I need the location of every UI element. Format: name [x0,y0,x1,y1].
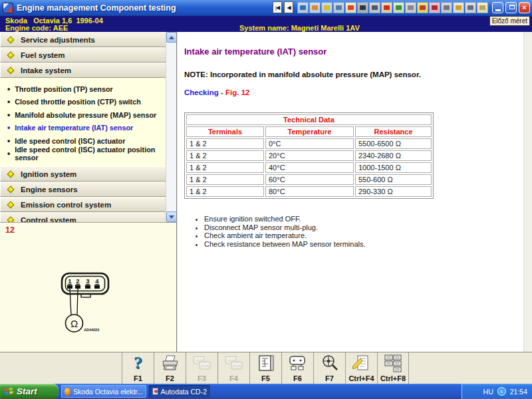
pin-label: 4 [95,277,99,285]
taskbar-task-skoda-octavia-elektr[interactable]: Skoda Octavia elektr... [61,385,146,398]
system-name: System name: Magneti Marelli 1AV [239,24,360,32]
title-bar: Engine management Component testing |◀ ◀… [0,0,532,16]
sidebar-section-fuel-system[interactable]: Fuel system [0,47,166,63]
start-label: Start [17,386,37,396]
section-label: Ignition system [21,170,76,178]
fkey-f5[interactable]: F5 [249,352,281,384]
fkey-label: F5 [250,374,281,382]
sidebar-item-throttle-position-tp-sensor[interactable]: Throttle position (TP) sensor [7,82,164,96]
nav-back-button[interactable]: ◀ [284,1,293,13]
engine-icon[interactable] [357,2,368,13]
autodata-icon [152,388,158,395]
sidebar-section-control-system[interactable]: Control system [0,212,166,222]
taskbar-task-autodata-cd-2[interactable]: Autodata CD-2 [149,385,210,398]
pin-label: 2 [76,277,79,285]
car-service-icon[interactable] [321,2,332,13]
nav-first-button[interactable]: |◀ [273,1,282,13]
column-header-terminals: Terminals [186,126,264,137]
warning-icon[interactable] [453,2,464,13]
checking-line: Checking - Fig. 12 [184,88,532,96]
fkey-ctrl-f4[interactable]: Ctrl+F4 [345,352,377,384]
tools-icon[interactable] [297,2,309,13]
sidebar-item-closed-throttle-position-ctp-switch[interactable]: Closed throttle position (CTP) switch [7,96,164,109]
restore-button[interactable] [505,2,517,13]
diamond-icon [7,51,14,59]
sidebar-scrollbar[interactable] [166,32,176,222]
procedure-step: Check ambient air temperature. [204,231,532,240]
diagnostic-tool-icon[interactable] [369,2,380,13]
minimize-button[interactable] [492,2,503,13]
disc-icon[interactable] [441,2,452,13]
fkey-label: F6 [282,374,313,382]
note-text: NOTE: Incorporated in manifold absolute … [184,70,532,78]
fkey-f2[interactable]: F2 [154,352,186,384]
figure-link[interactable]: Fig. 12 [225,88,249,96]
wiring-figure-icon[interactable] [429,2,440,13]
diamond-icon [7,66,14,74]
print-icon [154,353,186,373]
diamond-icon [7,186,14,193]
engine-code: Engine code: AEE [5,24,68,32]
hide-icons-icon[interactable]: ‹ [497,387,506,396]
fkey-label: F3 [186,374,217,382]
fkey-label: F4 [218,374,249,382]
task-label: Autodata CD-2 [161,388,207,396]
vehicle-lift-icon[interactable] [393,2,404,13]
help-info-icon[interactable] [417,2,428,13]
card-icon[interactable] [477,2,488,13]
section-label: Intake system [21,66,71,74]
start-button[interactable]: Start [0,384,59,399]
sidebar-section-emission-control-system[interactable]: Emission control system [0,197,166,212]
sidebar-item-manifold-absolute-pressure-map-sensor[interactable]: Manifold absolute pressure (MAP) sensor [7,108,164,122]
parts-icon[interactable] [345,2,356,13]
procedure-step: Disconnect MAP sensor multi-plug. [204,223,532,232]
fkey-f7[interactable]: F7 [313,352,345,384]
table-title: Technical Data [186,114,432,125]
diamond-icon [7,170,14,178]
content-scrollbar-track[interactable] [523,32,532,352]
scroll-down-icon[interactable] [166,211,177,222]
procedure-step: Check resistance between MAP sensor term… [204,240,532,249]
windows-logo-icon [4,386,14,396]
fkey-label: F7 [314,374,345,382]
language-indicator[interactable]: HU [483,388,493,396]
sidebar-section-ignition-system[interactable]: Ignition system [0,166,166,182]
gauge-icon[interactable] [309,2,321,13]
taskbar: Start Skoda Octavia elektr...Autodata CD… [0,384,532,399]
sidebar-section-engine-sensors[interactable]: Engine sensors [0,182,166,197]
toolbar-icons [297,2,488,13]
clock: 21:54 [510,388,527,396]
column-header-resistance: Resistance [355,126,432,137]
section-label: Service adjustments [21,36,95,44]
sidebar-section-intake-system[interactable]: Intake system [0,63,166,78]
images-icon [218,353,249,373]
components-icon[interactable] [381,2,392,13]
handshake-icon[interactable] [405,2,416,13]
fkey-f1[interactable]: ?F1 [122,352,154,384]
fkey-f6[interactable]: F6 [281,352,313,384]
table-row: 1 & 20°C5500-6500 Ω [186,138,432,149]
vehicle-icon[interactable] [465,2,476,13]
notes-icon [346,353,377,373]
pin-label: 1 [68,277,72,285]
close-button[interactable]: × [519,2,530,13]
fkey-label: F1 [122,374,154,382]
technical-data-table: Technical Data TerminalsTemperatureResis… [184,112,434,199]
connector-icon [282,353,313,373]
function-key-bar: ?F1F2F3F4F5F6F7Ctrl+F4Ctrl+F8 [0,352,532,384]
procedure-list: Ensure ignition switched OFF.Disconnect … [204,215,532,248]
technicians-icon[interactable] [333,2,344,13]
pin-label: 3 [86,277,89,285]
sidebar-item-intake-air-temperature-iat-sensor[interactable]: Intake air temperature (IAT) sensor [7,122,164,135]
vehicle-header: Skoda Octavia 1,6 1996-04 Engine code: A… [0,16,532,32]
images-icon [186,353,217,373]
figure-panel: 12 1 2 3 4 Ω AD44220 [0,222,177,352]
sidebar-item-idle-speed-control-isc-actuator-position-sensor[interactable]: Idle speed control (ISC) actuator positi… [7,148,164,161]
fkey-label: Ctrl+F8 [378,374,408,382]
app-icon [3,3,13,13]
data-list-icon [378,353,408,373]
scroll-up-icon[interactable] [166,32,177,43]
fkey-ctrl-f8[interactable]: Ctrl+F8 [377,352,409,384]
locate-icon [314,353,345,373]
sidebar-section-service-adjustments[interactable]: Service adjustments [0,32,166,47]
